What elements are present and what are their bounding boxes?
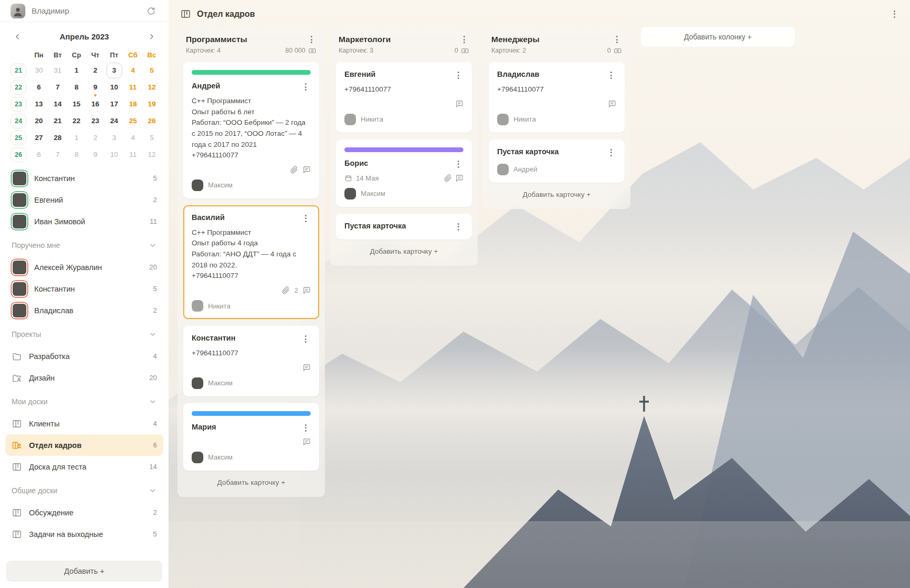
calendar-day[interactable]: 17	[105, 96, 124, 112]
kanban-card[interactable]: Константин+79641110077Максим	[183, 326, 319, 396]
calendar-day[interactable]: 7	[48, 79, 67, 95]
calendar-next-button[interactable]	[144, 29, 158, 43]
calendar-day[interactable]: 8	[67, 147, 86, 163]
calendar-day[interactable]: 22	[67, 113, 86, 129]
calendar-day[interactable]: 9	[86, 147, 105, 163]
calendar-day[interactable]: 12	[142, 147, 161, 163]
sidebar-item-entry[interactable]: Доска для теста14	[0, 456, 169, 477]
sync-icon[interactable]	[144, 4, 158, 18]
calendar-day[interactable]: 14	[48, 96, 67, 112]
add-card-button[interactable]: Добавить карточку +	[183, 471, 319, 495]
kanban-card[interactable]: Борис14 МаяМаксим	[336, 139, 472, 207]
calendar-day[interactable]: 6	[29, 147, 48, 163]
sidebar-item-entry[interactable]: Разработка4	[0, 345, 169, 367]
current-user-avatar[interactable]	[11, 4, 25, 18]
calendar-day[interactable]: 23	[86, 113, 105, 129]
calendar-week-row: 226789101112	[7, 79, 161, 96]
card-menu-button[interactable]	[300, 213, 311, 224]
calendar-day[interactable]: 5	[142, 63, 161, 78]
board-menu-button[interactable]	[889, 9, 899, 19]
column-budget: 0	[454, 46, 469, 55]
calendar-day[interactable]: 28	[48, 130, 67, 146]
sidebar-section-header[interactable]: Проекты	[0, 323, 169, 345]
calendar-day[interactable]: 10	[105, 147, 124, 163]
calendar-day[interactable]: 27	[29, 130, 48, 146]
calendar-day[interactable]: 25	[124, 113, 143, 129]
sidebar-user-item[interactable]: Владислав2	[0, 300, 169, 321]
kanban-card[interactable]: Евгений+79641110077Никита	[336, 62, 472, 133]
add-card-button[interactable]: Добавить карточку +	[336, 240, 472, 264]
calendar-day[interactable]: 2	[86, 63, 105, 78]
calendar-day[interactable]: 5	[142, 130, 161, 146]
calendar-week-number[interactable]: 23	[11, 97, 26, 112]
calendar-day[interactable]: 11	[124, 79, 143, 95]
card-menu-button[interactable]	[453, 70, 463, 81]
sidebar-user-item[interactable]: Алексей Журавлин20	[0, 256, 169, 278]
calendar-week-number[interactable]: 25	[11, 131, 26, 145]
card-menu-button[interactable]	[300, 334, 311, 344]
calendar-week-number[interactable]: 21	[11, 63, 26, 78]
calendar-day[interactable]: 31	[48, 63, 67, 78]
calendar-day[interactable]: 10	[105, 79, 124, 95]
add-card-button[interactable]: Добавить карточку +	[489, 183, 625, 207]
kanban-card[interactable]: Пустая карточка	[336, 214, 472, 240]
sidebar-item-entry[interactable]: Дизайн20	[0, 367, 169, 388]
calendar-day[interactable]: 26	[142, 113, 161, 129]
calendar-prev-button[interactable]	[11, 29, 24, 43]
card-menu-button[interactable]	[453, 222, 463, 232]
sidebar-user-item[interactable]: Евгений2	[0, 189, 169, 211]
sidebar-user-item[interactable]: Константин5	[0, 167, 169, 189]
card-menu-button[interactable]	[300, 423, 311, 433]
sidebar-section-header[interactable]: Поручено мне	[0, 234, 169, 256]
calendar-day[interactable]: 9	[86, 79, 105, 95]
sidebar-user-item[interactable]: Константин5	[0, 278, 169, 300]
add-sidebar-item-button[interactable]: Добавить +	[6, 561, 162, 582]
calendar-day[interactable]: 3	[105, 63, 124, 78]
calendar-day[interactable]: 21	[48, 113, 67, 129]
column-menu-button[interactable]	[459, 34, 469, 45]
sidebar-item-entry[interactable]: Задачи на выходные5	[0, 523, 169, 545]
sidebar-user-item[interactable]: Иван Зимовой11	[0, 211, 169, 232]
calendar-day[interactable]: 4	[124, 63, 143, 78]
sidebar-section-header[interactable]: Общие доски	[0, 480, 169, 502]
sidebar-section-label: Общие доски	[12, 486, 149, 495]
money-icon	[308, 46, 316, 55]
column-menu-button[interactable]	[611, 34, 622, 45]
kanban-card[interactable]: АндрейС++ ПрограммистОпыт работы 6 летРа…	[183, 62, 319, 198]
calendar-day[interactable]: 8	[67, 79, 86, 95]
calendar-day[interactable]: 1	[67, 63, 86, 78]
kanban-card[interactable]: Пустая карточкаАндрей	[489, 139, 625, 183]
card-menu-button[interactable]	[606, 147, 616, 158]
calendar-day[interactable]: 30	[29, 63, 48, 78]
sidebar-item-entry[interactable]: Обсуждение2	[0, 502, 169, 523]
calendar-day[interactable]: 19	[142, 96, 161, 112]
add-column-button[interactable]: Добавить колонку +	[641, 27, 795, 47]
kanban-card[interactable]: Владислав+79641110077Никита	[489, 62, 625, 133]
card-menu-button[interactable]	[453, 159, 463, 170]
column-menu-button[interactable]	[306, 34, 316, 45]
sidebar-section-header[interactable]: Мои доски	[0, 391, 169, 413]
calendar-day[interactable]: 11	[124, 147, 143, 163]
card-menu-button[interactable]	[300, 82, 311, 92]
kanban-card[interactable]: ВасилийС++ ПрограммистОпыт работы 4 года…	[183, 205, 319, 319]
calendar-day[interactable]: 6	[29, 79, 48, 95]
calendar-day[interactable]: 24	[105, 113, 124, 129]
calendar-week-number[interactable]: 22	[11, 80, 26, 95]
calendar-day[interactable]: 16	[86, 96, 105, 112]
calendar-day[interactable]: 2	[86, 130, 105, 146]
kanban-card[interactable]: МарияМаксим	[183, 403, 319, 471]
calendar-week-number[interactable]: 26	[11, 147, 26, 162]
calendar-day[interactable]: 18	[124, 96, 143, 112]
card-menu-button[interactable]	[606, 70, 616, 81]
calendar-day[interactable]: 13	[29, 96, 48, 112]
calendar-day[interactable]: 12	[142, 79, 161, 95]
calendar-day[interactable]: 1	[67, 130, 86, 146]
calendar-day[interactable]: 15	[67, 96, 86, 112]
sidebar-item-active[interactable]: Отдел кадров6	[5, 434, 163, 456]
calendar-day[interactable]: 20	[29, 113, 48, 129]
calendar-week-number[interactable]: 24	[11, 114, 26, 128]
calendar-day[interactable]: 7	[48, 147, 67, 163]
calendar-day[interactable]: 3	[105, 130, 124, 146]
sidebar-item-entry[interactable]: Клиенты4	[0, 413, 169, 434]
calendar-day[interactable]: 4	[124, 130, 143, 146]
